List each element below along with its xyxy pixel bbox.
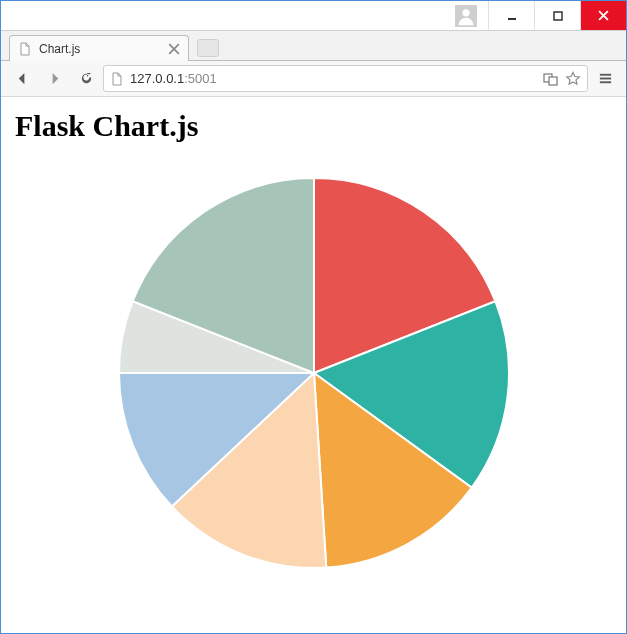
svg-point-1 [462, 9, 469, 16]
arrow-left-icon [15, 71, 30, 86]
url-port: :5001 [184, 71, 217, 86]
star-icon [565, 71, 581, 87]
window-titlebar [1, 1, 626, 31]
x-icon [168, 43, 180, 55]
maximize-icon [553, 11, 563, 21]
svg-rect-10 [599, 74, 610, 76]
chart-container [15, 153, 612, 593]
minimize-icon [507, 11, 517, 21]
window-close-button[interactable] [580, 1, 626, 30]
pie-chart [94, 153, 534, 593]
browser-window: Chart.js [0, 0, 627, 634]
menu-button[interactable] [590, 65, 620, 93]
tab-close-button[interactable] [168, 43, 180, 55]
url-text: 127.0.0.1:5001 [130, 71, 537, 86]
reload-icon [79, 71, 94, 86]
tab-title: Chart.js [39, 42, 161, 56]
tab-strip: Chart.js [1, 31, 626, 61]
hamburger-icon [598, 71, 613, 86]
page-icon [18, 42, 32, 56]
browser-tab-active[interactable]: Chart.js [9, 35, 189, 61]
bookmark-button[interactable] [565, 71, 581, 87]
svg-rect-2 [508, 18, 516, 20]
page-heading: Flask Chart.js [15, 109, 612, 143]
browser-toolbar: 127.0.0.1:5001 [1, 61, 626, 97]
file-icon [110, 72, 124, 86]
translate-icon [543, 71, 559, 87]
window-maximize-button[interactable] [534, 1, 580, 30]
svg-rect-9 [549, 77, 557, 85]
svg-rect-3 [554, 12, 562, 20]
close-icon [598, 10, 609, 21]
address-bar[interactable]: 127.0.0.1:5001 [103, 65, 588, 92]
titlebar-spacer [1, 1, 444, 30]
svg-rect-12 [599, 81, 610, 83]
user-icon [455, 5, 477, 27]
new-tab-button[interactable] [197, 39, 219, 57]
reload-button[interactable] [71, 65, 101, 93]
user-account-button[interactable] [444, 1, 488, 30]
back-button[interactable] [7, 65, 37, 93]
translate-button[interactable] [543, 71, 559, 87]
arrow-right-icon [47, 71, 62, 86]
forward-button[interactable] [39, 65, 69, 93]
page-content: Flask Chart.js [1, 97, 626, 633]
svg-rect-11 [599, 78, 610, 80]
url-host: 127.0.0.1 [130, 71, 184, 86]
window-minimize-button[interactable] [488, 1, 534, 30]
